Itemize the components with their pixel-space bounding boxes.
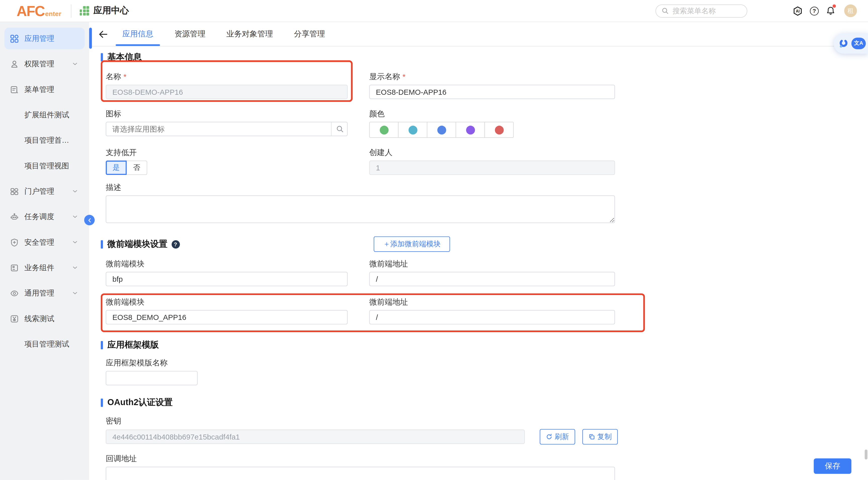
copy-icon — [589, 433, 595, 440]
template-name-input[interactable] — [106, 371, 198, 385]
micro-module-input-2[interactable] — [106, 310, 348, 325]
icon-search-button[interactable] — [331, 122, 347, 136]
creator-label: 创建人 — [369, 148, 615, 157]
browser-extension-widget[interactable]: 文A — [834, 33, 868, 54]
tab-share-management[interactable]: 分享管理 — [287, 22, 332, 46]
color-swatch-teal[interactable] — [398, 122, 428, 138]
micro-module-input[interactable] — [106, 272, 348, 286]
sidebar-item-security-management[interactable]: 安全管理 — [4, 232, 85, 253]
help-icon[interactable]: ? — [172, 240, 180, 248]
chevron-down-icon — [72, 61, 78, 67]
creator-field-group: 创建人 — [369, 148, 615, 175]
callback-textarea[interactable] — [106, 467, 615, 480]
back-button[interactable] — [98, 30, 108, 38]
notification-dot — [833, 4, 836, 8]
sidebar-item-general-management[interactable]: 通用管理 — [4, 282, 85, 304]
section-basic-info: 基本信息 — [106, 52, 632, 63]
user-icon — [10, 60, 19, 68]
sidebar-item-permission-management[interactable]: 权限管理 — [4, 53, 85, 74]
sidebar-item-label: 门户管理 — [24, 186, 54, 196]
sidebar-active-indicator — [89, 28, 92, 49]
micro-address-label: 微前端地址 — [369, 298, 615, 307]
main-content: 应用信息 资源管理 业务对象管理 分享管理 基本信息 名称* 显示名称* — [89, 22, 868, 480]
sidebar-item-project-preferences[interactable]: 项目管理首选项... — [4, 129, 85, 151]
secret-label: 密钥 — [106, 417, 632, 426]
display-name-label: 显示名称* — [369, 72, 615, 82]
header-divider — [71, 4, 71, 18]
chevron-down-icon — [72, 239, 78, 245]
chevron-down-icon — [72, 214, 78, 220]
sidebar-item-business-components[interactable]: 业务组件 — [4, 257, 85, 278]
section-accent-bar — [101, 341, 103, 349]
chevron-down-icon — [72, 265, 78, 271]
sidebar-item-app-management[interactable]: 应用管理 — [4, 28, 85, 49]
secret-input[interactable] — [106, 429, 525, 444]
afcenter-logo[interactable]: AFC enter — [17, 4, 61, 18]
sidebar-item-task-scheduling[interactable]: 任务调度 — [4, 206, 85, 228]
micro-address-field-group: 微前端地址 — [369, 260, 615, 286]
save-button[interactable]: 保存 — [814, 458, 851, 474]
page-scrollbar-thumb[interactable] — [865, 450, 867, 460]
refresh-secret-button[interactable]: 刷新 — [540, 429, 575, 445]
sidebar-collapse-button[interactable] — [84, 215, 95, 226]
ai-assistant-icon[interactable]: AI — [793, 6, 803, 16]
sidebar-item-menu-management[interactable]: 菜单管理 — [4, 79, 85, 100]
sidebar-item-label: 项目管理首选项... — [24, 136, 75, 146]
sidebar-item-lead-test[interactable]: 线索测试 — [4, 308, 85, 329]
creator-input[interactable] — [369, 160, 615, 175]
icon-label: 图标 — [106, 110, 348, 118]
eye-icon — [10, 289, 19, 298]
low-code-yes-button[interactable]: 是 — [106, 160, 127, 175]
icon-select-input[interactable] — [106, 122, 348, 136]
chevron-down-icon — [72, 290, 78, 296]
add-micro-frontend-button[interactable]: ＋添加微前端模块 — [374, 237, 450, 252]
secret-field-group: 密钥 刷新 复制 — [106, 417, 632, 445]
layout-grid-icon — [10, 187, 19, 196]
description-label: 描述 — [106, 183, 632, 192]
tab-resource-management[interactable]: 资源管理 — [167, 22, 212, 46]
notification-bell-icon[interactable] — [826, 6, 835, 15]
section-accent-bar — [101, 240, 103, 248]
sidebar-item-portal-management[interactable]: 门户管理 — [4, 180, 85, 202]
low-code-field-group: 支持低开 是 否 — [106, 148, 348, 175]
top-header: AFC enter 应用中心 搜索菜单名称 AI ? 租 — [0, 0, 868, 22]
tab-app-info[interactable]: 应用信息 — [116, 22, 160, 46]
robot-icon — [10, 212, 19, 221]
translate-icon[interactable]: 文A — [851, 38, 866, 49]
help-icon[interactable]: ? — [810, 6, 819, 15]
required-asterisk: * — [123, 72, 126, 82]
micro-module-label: 微前端模块 — [106, 298, 348, 307]
micro-module-field-group: 微前端模块 — [106, 298, 348, 325]
sidebar-item-project-management-test[interactable]: 项目管理测试 — [4, 333, 85, 355]
display-name-input[interactable] — [369, 85, 615, 99]
copy-secret-button[interactable]: 复制 — [582, 429, 618, 445]
callback-label: 回调地址 — [106, 454, 632, 463]
section-app-framework-template: 应用框架模版 — [106, 339, 632, 351]
svg-text:AI: AI — [796, 9, 800, 13]
micro-frontend-section-header: 微前端模块设置 ? ＋添加微前端模块 — [106, 237, 632, 252]
sidebar-item-project-view[interactable]: 项目管理视图 — [4, 155, 85, 177]
section-oauth2: OAuth2认证设置 — [106, 397, 632, 409]
color-swatch-blue[interactable] — [427, 122, 456, 138]
menu-search-input[interactable]: 搜索菜单名称 — [655, 4, 747, 18]
tab-business-object-management[interactable]: 业务对象管理 — [220, 22, 280, 46]
sidebar-item-label: 通用管理 — [24, 288, 54, 298]
color-swatch-red[interactable] — [484, 122, 514, 138]
name-field-group: 名称* — [106, 72, 348, 99]
description-textarea[interactable] — [106, 196, 615, 223]
app-root: AFC enter 应用中心 搜索菜单名称 AI ? 租 — [0, 0, 868, 480]
sidebar-item-extension-component-test[interactable]: 扩展组件测试 — [4, 104, 85, 126]
micro-address-input[interactable] — [369, 272, 615, 286]
search-icon — [336, 125, 344, 133]
low-code-no-button[interactable]: 否 — [127, 160, 147, 175]
micro-address-input-2[interactable] — [369, 310, 615, 325]
user-avatar[interactable]: 租 — [844, 4, 857, 17]
sidebar-nav: 应用管理 权限管理 菜单管理 扩展组件测试 项目管理首选项... 项目管理视图 … — [0, 22, 89, 480]
sidebar-item-label: 权限管理 — [24, 59, 54, 69]
name-input[interactable] — [106, 85, 348, 99]
color-swatch-green[interactable] — [369, 122, 399, 138]
description-field-group: 描述 — [106, 183, 632, 225]
card-icon — [10, 263, 19, 272]
shield-plus-icon — [10, 238, 19, 246]
color-swatch-purple[interactable] — [456, 122, 485, 138]
